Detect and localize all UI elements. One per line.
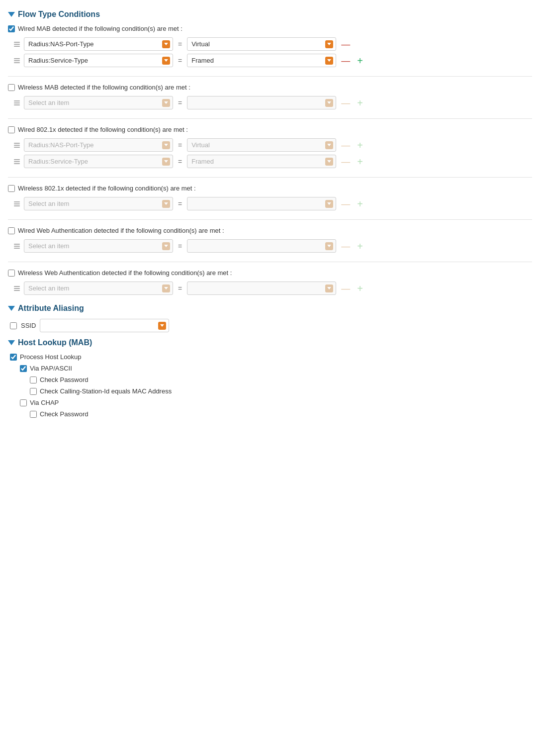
wireless-web-auth-checkbox[interactable] [8,270,15,277]
wired-8021x-minus-1[interactable]: — [339,140,352,151]
check-password-row: Check Password [10,376,532,383]
check-calling-station-checkbox[interactable] [30,388,37,395]
wired-mab-minus-2[interactable]: — [339,55,352,66]
wired-mab-row-1: Radius:NAS-Port-Type = Virtual — [8,37,532,51]
wired-8021x-left-select-1-wrapper: Radius:NAS-Port-Type [24,138,173,152]
wireless-8021x-left-select-wrapper: Select an item [24,197,173,210]
host-lookup-header: Host Lookup (MAB) [8,338,532,347]
collapse-icon[interactable] [8,306,15,311]
wired-mab-label: Wired MAB detected if the following cond… [18,25,182,32]
via-pap-ascii-checkbox[interactable] [20,365,27,372]
wireless-web-auth-label-row: Wireless Web Authentication detected if … [8,269,532,277]
wireless-mab-group: Wireless MAB detected if the following c… [8,84,532,109]
wireless-8021x-right-select-wrapper [187,197,336,210]
wireless-8021x-right-select[interactable] [187,197,336,210]
wired-mab-checkbox[interactable] [8,25,15,32]
wireless-mab-minus[interactable]: — [339,97,352,108]
drag-handle[interactable] [13,199,21,208]
collapse-icon[interactable] [8,12,15,17]
wired-8021x-plus-2[interactable]: + [355,156,365,168]
wired-web-auth-checkbox[interactable] [8,227,15,234]
wireless-8021x-left-select[interactable]: Select an item [24,197,173,210]
wireless-8021x-minus[interactable]: — [339,198,352,209]
host-lookup-section: Host Lookup (MAB) Process Host Lookup Vi… [8,338,532,418]
wired-8021x-label-row: Wired 802.1x detected if the following c… [8,126,532,133]
via-pap-ascii-label: Via PAP/ASCII [30,365,72,372]
wired-mab-plus-2[interactable]: + [355,55,365,67]
ssid-select[interactable] [40,319,169,332]
wireless-mab-label: Wireless MAB detected if the following c… [18,84,190,91]
host-lookup-title: Host Lookup (MAB) [18,338,92,347]
wired-web-auth-right-select-wrapper [187,239,336,253]
wired-8021x-minus-2[interactable]: — [339,156,352,167]
wired-web-auth-plus[interactable]: + [355,240,365,252]
wireless-8021x-checkbox[interactable] [8,185,15,192]
ssid-label: SSID [21,322,36,329]
equals-sign: = [178,57,182,65]
check-password-chap-label: Check Password [40,410,89,418]
wired-web-auth-minus[interactable]: — [339,241,352,252]
wireless-web-auth-right-select-wrapper [187,282,336,295]
wired-mab-left-select-2-wrapper: Radius:Service-Type [24,54,173,67]
flow-type-conditions-section: Flow Type Conditions Wired MAB detected … [8,10,532,295]
wired-8021x-right-select-2[interactable]: Framed [187,155,336,168]
wired-8021x-row-1: Radius:NAS-Port-Type = Virtual — + [8,138,532,152]
drag-handle[interactable] [13,40,21,49]
ssid-row: SSID [8,319,532,332]
wireless-mab-row-1: Select an item = — + [8,96,532,109]
wireless-web-auth-right-select[interactable] [187,282,336,295]
wired-mab-group: Wired MAB detected if the following cond… [8,25,532,67]
check-calling-station-row: Check Calling-Station-Id equals MAC Addr… [10,387,532,395]
wireless-mab-label-row: Wireless MAB detected if the following c… [8,84,532,91]
via-chap-row: Via CHAP [10,399,532,406]
wired-web-auth-right-select[interactable] [187,239,336,253]
wireless-mab-left-select[interactable]: Select an item [24,96,173,109]
wireless-8021x-label-row: Wireless 802.1x detected if the followin… [8,185,532,192]
via-pap-ascii-row: Via PAP/ASCII [10,365,532,372]
collapse-icon[interactable] [8,340,15,345]
check-password-chap-checkbox[interactable] [30,411,37,418]
check-calling-station-label: Check Calling-Station-Id equals MAC Addr… [40,387,172,395]
wired-8021x-right-select-2-wrapper: Framed [187,155,336,168]
wireless-8021x-group: Wireless 802.1x detected if the followin… [8,185,532,210]
via-chap-label: Via CHAP [30,399,59,406]
wireless-web-auth-left-select[interactable]: Select an item [24,282,173,295]
wired-8021x-left-select-2[interactable]: Radius:Service-Type [24,155,173,168]
wired-mab-minus-1[interactable]: — [339,39,352,50]
wireless-mab-right-select[interactable] [187,96,336,109]
wireless-8021x-plus[interactable]: + [355,198,365,210]
wired-8021x-right-select-1[interactable]: Virtual [187,138,336,152]
wired-mab-right-select-2[interactable]: Framed [187,54,336,67]
wireless-mab-checkbox[interactable] [8,84,15,91]
wireless-web-auth-minus[interactable]: — [339,283,352,294]
equals-sign: = [178,99,182,107]
wired-web-auth-left-select[interactable]: Select an item [24,239,173,253]
wired-mab-left-select-2[interactable]: Radius:Service-Type [24,54,173,67]
wireless-mab-plus[interactable]: + [355,97,365,109]
wired-8021x-left-select-1[interactable]: Radius:NAS-Port-Type [24,138,173,152]
via-chap-checkbox[interactable] [20,399,27,406]
host-lookup-content: Process Host Lookup Via PAP/ASCII Check … [8,353,532,418]
drag-handle[interactable] [13,242,21,251]
flow-type-conditions-title: Flow Type Conditions [18,10,100,19]
wireless-web-auth-plus[interactable]: + [355,283,365,294]
drag-handle[interactable] [13,141,21,150]
equals-sign: = [178,200,182,208]
drag-handle[interactable] [13,98,21,107]
drag-handle[interactable] [13,56,21,65]
check-password-checkbox[interactable] [30,377,37,383]
wired-8021x-checkbox[interactable] [8,126,15,133]
wired-mab-left-select-1[interactable]: Radius:NAS-Port-Type [24,37,173,51]
drag-handle[interactable] [13,284,21,293]
equals-sign: = [178,284,182,292]
wired-web-auth-group: Wired Web Authentication detected if the… [8,227,532,253]
wired-8021x-right-select-1-wrapper: Virtual [187,138,336,152]
wired-8021x-plus-1[interactable]: + [355,139,365,151]
ssid-checkbox[interactable] [10,322,17,329]
wired-web-auth-label: Wired Web Authentication detected if the… [18,227,224,234]
process-host-lookup-checkbox[interactable] [10,354,17,361]
drag-handle[interactable] [13,157,21,166]
wired-mab-right-select-1[interactable]: Virtual [187,37,336,51]
wireless-web-auth-row-1: Select an item = — + [8,282,532,295]
attribute-aliasing-header: Attribute Aliasing [8,304,532,313]
